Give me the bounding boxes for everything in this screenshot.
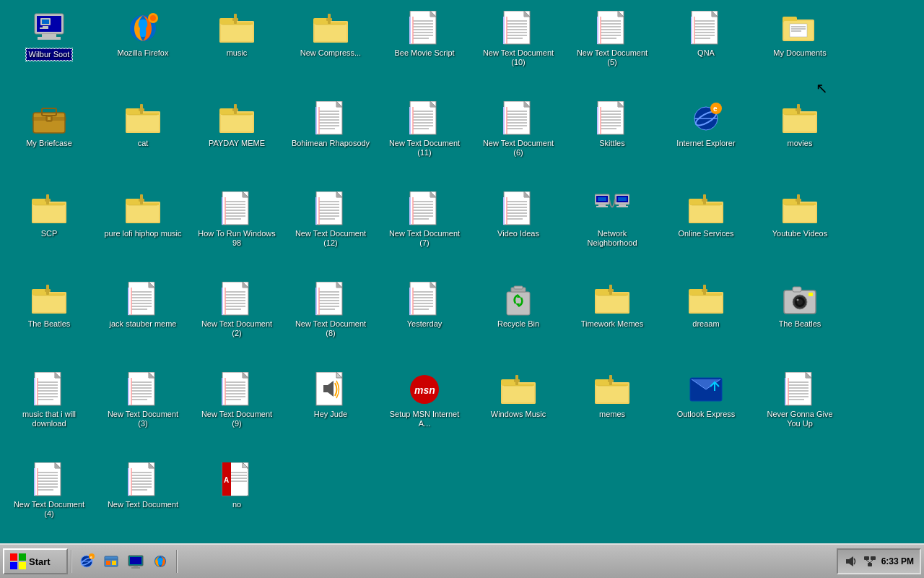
desktop-icon-never-gonna[interactable]: Never Gonna Give You Up <box>757 367 843 457</box>
desktop-icon-timework-memes[interactable]: Timework Memes <box>569 277 655 367</box>
svg-rect-103 <box>232 108 238 111</box>
desktop-icon-yesterday[interactable]: Yesterday <box>381 277 468 367</box>
icon-label-wilbur-soot: Wilbur Soot <box>26 48 73 61</box>
desktop-icon-bee-movie-script[interactable]: Bee Movie Script <box>381 6 468 96</box>
icon-label-never-gonna: Never Gonna Give You Up <box>760 410 840 428</box>
desktop-icon-recycle-bin[interactable]: Recycle Bin <box>475 277 562 367</box>
desktop-icon-music[interactable]: music <box>193 6 280 96</box>
desktop-icon-new-text-5[interactable]: New Text Document (5) <box>569 6 655 96</box>
desktop-icon-how-to-run[interactable]: How To Run Windows 98 <box>193 186 280 277</box>
svg-rect-317 <box>596 293 628 312</box>
desktop-icon-online-services[interactable]: Online Services <box>663 186 749 277</box>
desktop-icon-the-beatles-folder[interactable]: The Beatles <box>6 277 92 367</box>
icon-label-new-text-9: New Text Document (9) <box>197 410 276 428</box>
desktop-icon-my-documents[interactable]: My Documents <box>757 6 843 96</box>
taskbar: Start e <box>0 543 924 578</box>
desktop-icon-movies[interactable]: movies <box>757 96 843 186</box>
desktop-icon-hey-jude[interactable]: Hey Jude <box>287 367 374 457</box>
svg-rect-2 <box>42 34 56 37</box>
desktop-icon-new-text-7[interactable]: New Text Document (7) <box>381 186 468 277</box>
icon-img-new-text-8 <box>313 282 348 316</box>
icon-img-new-text-9 <box>219 372 254 407</box>
svg-text:e: e <box>90 555 92 559</box>
desktop-icon-the-beatles-cam[interactable]: The Beatles <box>757 277 843 367</box>
desktop-icon-windows-music[interactable]: Windows Music <box>475 367 562 457</box>
icon-img-how-to-run <box>219 191 254 226</box>
desktop-icon-new-text-3[interactable]: New Text Document (3) <box>100 367 186 457</box>
icon-label-the-beatles-cam: The Beatles <box>779 319 821 329</box>
desktop-icon-outlook-express[interactable]: Outlook Express <box>663 367 749 457</box>
desktop-icon-memes[interactable]: memes <box>569 367 655 457</box>
svg-rect-164 <box>796 108 801 111</box>
desktop-icon-bohimean-rhaposody[interactable]: Bohimean Rhaposody <box>287 96 374 186</box>
svg-rect-79 <box>790 24 807 37</box>
icon-img-new-text-3 <box>126 372 160 407</box>
icon-img-new-text-6 <box>501 101 536 136</box>
desktop-icon-qna[interactable]: QNA <box>663 6 749 96</box>
icon-label-scp: SCP <box>41 229 58 238</box>
desktop-icon-new-text-plain[interactable]: New Text Document <box>100 457 186 548</box>
desktop-icon-payday-meme[interactable]: PAYDAY MEME <box>193 96 280 186</box>
desktop-icon-new-text-12[interactable]: New Text Document (12) <box>287 186 374 277</box>
start-button[interactable]: Start <box>3 548 68 574</box>
svg-rect-254 <box>796 199 801 202</box>
icon-label-online-services: Online Services <box>678 229 733 238</box>
network-tray-icon[interactable] <box>863 554 877 569</box>
desktop-icon-cat[interactable]: cat <box>100 96 186 186</box>
svg-rect-386 <box>514 379 520 382</box>
svg-rect-461 <box>131 567 140 569</box>
desktop-icon-video-ideas[interactable]: Video Ideas <box>475 186 562 277</box>
svg-rect-3 <box>38 37 61 40</box>
desktop-icon-network-neighborhood[interactable]: Network Neighborhood <box>569 186 655 277</box>
icon-label-timework-memes: Timework Memes <box>581 319 643 329</box>
system-tray: 6:33 PM <box>837 548 921 574</box>
taskbar-quick-launch: e <box>75 550 172 573</box>
desktop-icon-setup-msn[interactable]: msn Setup MSN Internet A... <box>381 367 468 457</box>
desktop-icon-my-briefcase[interactable]: My Briefcase <box>6 96 92 186</box>
desktop-icon-new-text-8[interactable]: New Text Document (8) <box>287 277 374 367</box>
desktop-icon-internet-explorer[interactable]: e Internet Explorer <box>663 96 749 186</box>
icon-img-new-compressed <box>313 11 348 46</box>
desktop-icon-new-text-2[interactable]: New Text Document (2) <box>193 277 280 367</box>
icon-img-bohimean-rhaposody <box>313 101 348 136</box>
svg-point-334 <box>797 299 799 301</box>
show-desktop-quick-launch[interactable] <box>124 550 147 573</box>
desktop-icon-dreaam[interactable]: dreaam <box>663 277 749 367</box>
svg-rect-336 <box>808 293 813 296</box>
svg-rect-459 <box>130 557 141 564</box>
desktop-icon-new-text-9[interactable]: New Text Document (9) <box>193 367 280 457</box>
ie-quick-launch[interactable]: e <box>75 550 98 573</box>
channels-quick-launch[interactable] <box>100 550 123 573</box>
icon-img-qna <box>689 11 723 46</box>
desktop-icon-jack-stauber-meme[interactable]: jack stauber meme <box>100 277 186 367</box>
desktop-icon-new-text-10[interactable]: New Text Document (10) <box>475 6 562 96</box>
svg-rect-236 <box>616 206 628 207</box>
desktop-icon-music-download[interactable]: music that i will download <box>6 367 92 457</box>
desktop-icon-skittles[interactable]: Skittles <box>569 96 655 186</box>
icon-img-setup-msn: msn <box>407 372 442 407</box>
icon-label-windows-music: Windows Music <box>491 410 546 419</box>
desktop-icon-scp[interactable]: SCP <box>6 186 92 277</box>
icon-img-wilbur-soot <box>32 11 66 46</box>
desktop-icon-new-text-4[interactable]: New Text Document (4) <box>6 457 92 548</box>
svg-rect-23 <box>315 22 346 41</box>
desktop-icon-wilbur-soot[interactable]: Wilbur Soot <box>6 6 92 96</box>
svg-rect-394 <box>608 379 614 382</box>
desktop-icon-new-compressed[interactable]: New Compress... <box>287 6 374 96</box>
icon-label-new-text-12: New Text Document (12) <box>291 229 370 248</box>
desktop-icon-new-text-6[interactable]: New Text Document (6) <box>475 96 562 186</box>
icon-img-pure-lofi <box>126 191 160 226</box>
svg-rect-176 <box>127 203 159 222</box>
svg-rect-19 <box>232 18 238 21</box>
firefox-quick-launch[interactable] <box>149 550 172 573</box>
icon-img-my-briefcase <box>32 101 66 136</box>
volume-icon[interactable] <box>844 554 858 569</box>
desktop-icon-youtube-videos[interactable]: Youtube Videos <box>757 186 843 277</box>
icon-img-new-text-11 <box>407 101 442 136</box>
desktop-icon-no[interactable]: A no <box>193 457 280 548</box>
desktop-icon-pure-lofi[interactable]: pure lofi hiphop music <box>100 186 186 277</box>
icon-label-skittles: Skittles <box>599 139 624 148</box>
desktop-icon-new-text-11[interactable]: New Text Document (11) <box>381 96 468 186</box>
icon-img-payday-meme <box>219 101 254 136</box>
desktop-icon-mozilla-firefox[interactable]: Mozilla Firefox <box>100 6 186 96</box>
